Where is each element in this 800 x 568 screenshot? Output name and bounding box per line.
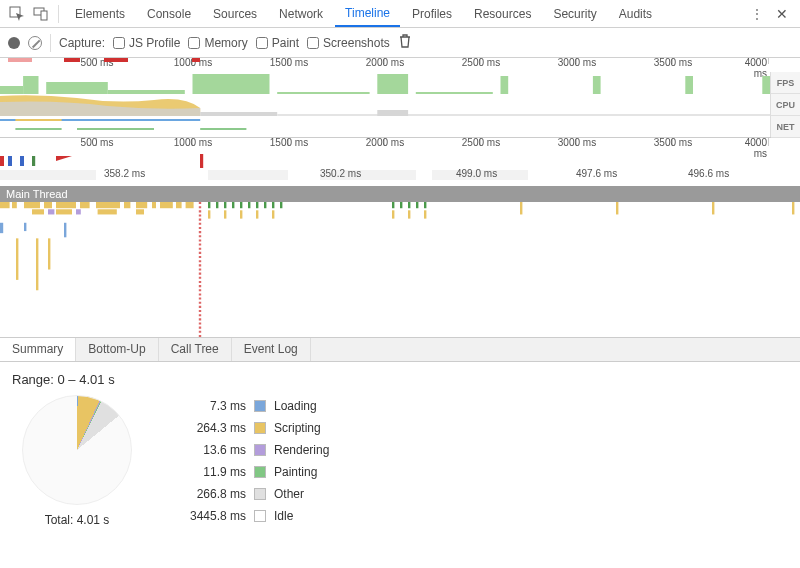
frame-time: 497.6 ms xyxy=(576,168,617,179)
svg-rect-33 xyxy=(12,202,17,208)
flamechart-panel[interactable]: 500 ms 1000 ms 1500 ms 2000 ms 2500 ms 3… xyxy=(0,138,800,338)
svg-rect-40 xyxy=(136,202,147,208)
svg-rect-34 xyxy=(24,202,40,208)
opt-memory[interactable]: Memory xyxy=(188,36,247,50)
svg-rect-21 xyxy=(77,128,154,130)
svg-rect-20 xyxy=(15,128,61,130)
svg-rect-23 xyxy=(0,156,4,166)
cpu-lane xyxy=(0,94,770,116)
svg-rect-11 xyxy=(501,76,509,94)
total-label: Total: 4.01 s xyxy=(12,513,142,527)
main-thread-header[interactable]: Main Thread xyxy=(0,186,800,202)
svg-rect-71 xyxy=(424,202,426,208)
opt-screenshots[interactable]: Screenshots xyxy=(307,36,390,50)
svg-rect-74 xyxy=(240,210,242,218)
flame-graph[interactable] xyxy=(0,202,800,337)
svg-rect-78 xyxy=(408,210,410,218)
svg-rect-46 xyxy=(56,209,72,214)
kebab-menu-icon[interactable]: ⋮ xyxy=(746,3,768,25)
opt-js-profile[interactable]: JS Profile xyxy=(113,36,180,50)
svg-rect-83 xyxy=(792,202,794,214)
long-frame-marker xyxy=(8,58,32,62)
overview-panel[interactable]: 500 ms 1000 ms 1500 ms 2000 ms 2500 ms 3… xyxy=(0,58,800,138)
svg-rect-48 xyxy=(136,209,144,214)
fps-lane xyxy=(0,72,770,94)
tab-network[interactable]: Network xyxy=(269,3,333,25)
svg-rect-29 xyxy=(208,170,288,180)
tab-console[interactable]: Console xyxy=(137,3,201,25)
frame-time: 499.0 ms xyxy=(456,168,497,179)
range-label: Range: 0 – 4.01 s xyxy=(12,372,788,387)
svg-rect-49 xyxy=(48,209,54,214)
tab-timeline[interactable]: Timeline xyxy=(335,2,400,27)
svg-rect-80 xyxy=(520,202,522,214)
svg-rect-52 xyxy=(24,223,26,231)
svg-rect-54 xyxy=(16,238,18,280)
tab-resources[interactable]: Resources xyxy=(464,3,541,25)
element-picker-icon[interactable] xyxy=(6,3,28,25)
svg-rect-82 xyxy=(712,202,714,214)
overview-ruler: 500 ms 1000 ms 1500 ms 2000 ms 2500 ms 3… xyxy=(0,58,800,72)
divider xyxy=(58,5,59,23)
legend: 7.3 msLoading 264.3 msScripting 13.6 msR… xyxy=(166,395,329,527)
svg-rect-47 xyxy=(98,209,117,214)
svg-rect-26 xyxy=(32,156,35,166)
devtools-tabbar: Elements Console Sources Network Timelin… xyxy=(0,0,800,28)
close-icon[interactable]: ✕ xyxy=(770,4,794,24)
svg-rect-62 xyxy=(248,202,250,208)
svg-rect-28 xyxy=(0,170,96,180)
clear-button[interactable] xyxy=(28,36,42,50)
divider xyxy=(50,34,51,52)
tab-profiles[interactable]: Profiles xyxy=(402,3,462,25)
device-toggle-icon[interactable] xyxy=(30,3,52,25)
frame-time: 358.2 ms xyxy=(104,168,145,179)
svg-rect-22 xyxy=(200,128,246,130)
overview-lane-labels: FPS CPU NET xyxy=(770,72,800,137)
tab-security[interactable]: Security xyxy=(543,3,606,25)
frame-time: 496.6 ms xyxy=(688,168,729,179)
record-button[interactable] xyxy=(8,37,20,49)
svg-rect-61 xyxy=(240,202,242,208)
svg-rect-60 xyxy=(232,202,234,208)
svg-rect-73 xyxy=(224,210,226,218)
tab-sources[interactable]: Sources xyxy=(203,3,267,25)
legend-row-other: 266.8 msOther xyxy=(166,483,329,505)
opt-paint[interactable]: Paint xyxy=(256,36,299,50)
btab-call-tree[interactable]: Call Tree xyxy=(159,338,232,361)
svg-rect-27 xyxy=(200,154,203,168)
svg-rect-56 xyxy=(48,238,50,269)
svg-rect-63 xyxy=(256,202,258,208)
svg-rect-12 xyxy=(593,76,601,94)
svg-rect-25 xyxy=(20,156,24,166)
svg-rect-4 xyxy=(23,76,38,94)
svg-rect-14 xyxy=(762,76,770,94)
svg-rect-39 xyxy=(124,202,130,208)
btab-summary[interactable]: Summary xyxy=(0,337,76,361)
svg-rect-55 xyxy=(36,238,38,290)
tab-audits[interactable]: Audits xyxy=(609,3,662,25)
svg-rect-69 xyxy=(408,202,410,208)
tab-elements[interactable]: Elements xyxy=(65,3,135,25)
svg-rect-42 xyxy=(160,202,173,208)
svg-rect-68 xyxy=(400,202,402,208)
legend-row-painting: 11.9 msPainting xyxy=(166,461,329,483)
svg-rect-32 xyxy=(0,202,10,208)
frames-row: 358.2 ms 350.2 ms 499.0 ms 497.6 ms 496.… xyxy=(0,168,800,182)
btab-event-log[interactable]: Event Log xyxy=(232,338,311,361)
activity-pie-chart xyxy=(22,395,132,505)
svg-rect-53 xyxy=(64,223,66,238)
gc-button[interactable] xyxy=(398,34,412,51)
legend-row-idle: 3445.8 msIdle xyxy=(166,505,329,527)
long-frame-marker xyxy=(104,58,128,62)
svg-rect-58 xyxy=(216,202,218,208)
svg-rect-7 xyxy=(193,74,270,94)
btab-bottom-up[interactable]: Bottom-Up xyxy=(76,338,158,361)
svg-rect-81 xyxy=(616,202,618,214)
capture-label: Capture: xyxy=(59,36,105,50)
svg-rect-50 xyxy=(76,209,81,214)
svg-rect-13 xyxy=(685,76,693,94)
svg-rect-2 xyxy=(41,11,47,20)
net-lane xyxy=(0,116,770,138)
svg-rect-5 xyxy=(46,82,108,94)
svg-rect-72 xyxy=(208,210,210,218)
